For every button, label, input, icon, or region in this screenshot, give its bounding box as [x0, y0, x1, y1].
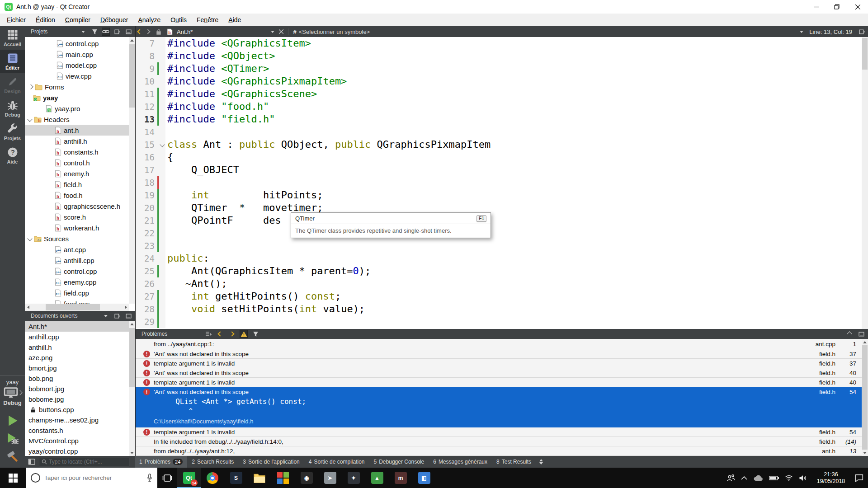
code-line-26[interactable]: 26 ~Ant(); [136, 277, 868, 290]
scroll-down-arrow[interactable] [862, 450, 868, 456]
documents-scrollbar[interactable] [129, 321, 135, 456]
code-line-19[interactable]: 19 int hitPoints; [136, 189, 868, 202]
scroll-right-arrow[interactable] [123, 304, 129, 311]
menu-aide[interactable]: Aide [223, 14, 246, 26]
chevron-right-icon[interactable] [27, 85, 35, 89]
problem-row[interactable]: In file included from debug/../../yaay/f… [136, 437, 862, 446]
line-number[interactable]: 17 [136, 164, 157, 176]
close-button[interactable] [847, 0, 868, 14]
tree-item-sources[interactable]: c+Sources [25, 233, 129, 244]
open-document-bmort-jpg[interactable]: bmort.jpg [25, 363, 129, 373]
tree-item-control-cpp[interactable]: c++control.cpp [25, 266, 129, 277]
mode-accueil[interactable]: Accueil [0, 26, 25, 50]
menu-édition[interactable]: Édition [31, 14, 60, 26]
output-pane-test-results[interactable]: 8Test Results [492, 456, 536, 468]
tree-item-anthill-h[interactable]: hanthill.h [25, 136, 129, 146]
menu-analyze[interactable]: Analyze [133, 14, 165, 26]
mode-éditer[interactable]: Éditer [0, 50, 25, 73]
close-panel-icon[interactable] [124, 28, 132, 36]
code-line-23[interactable]: 23 [136, 239, 868, 252]
start-button[interactable] [0, 468, 26, 488]
code-line-14[interactable]: 14 [136, 126, 868, 138]
taskbar-clock[interactable]: 21:36 19/05/2018 [813, 471, 849, 485]
line-number[interactable]: 14 [136, 126, 157, 138]
taskbar-app-dev-app[interactable]: S [224, 468, 248, 488]
task-view-icon[interactable] [157, 468, 177, 488]
locate-box[interactable] [39, 458, 129, 466]
run-debug-button[interactable] [6, 432, 19, 445]
problem-row[interactable]: !'Ant' was not declared in this scopefie… [136, 368, 862, 378]
filter-problems-icon[interactable] [251, 330, 259, 338]
scroll-down-arrow[interactable] [129, 450, 135, 456]
code-line-15[interactable]: 15class Ant : public QObject, public QGr… [136, 138, 868, 151]
code-line-28[interactable]: 28 void setHitPoints(int value); [136, 303, 868, 315]
menu-fenêtre[interactable]: Fenêtre [192, 14, 223, 26]
taskbar-app-telegram[interactable]: ➤ [318, 468, 342, 488]
tree-item-constants-h[interactable]: hconstants.h [25, 146, 129, 157]
code-line-13[interactable]: 13#include "field.h" [136, 113, 868, 126]
open-document-buttons-cpp[interactable]: buttons.cpp [25, 404, 129, 415]
menu-fichier[interactable]: Fichier [2, 14, 31, 26]
tree-item-ant-cpp[interactable]: c++ant.cpp [25, 244, 129, 255]
tree-scrollbar-thumb[interactable] [129, 44, 135, 108]
problem-row[interactable]: !template argument 1 is invalidfield.h37 [136, 359, 862, 368]
code-line-18[interactable]: 18 [136, 176, 868, 189]
fold-marker-icon[interactable] [159, 138, 165, 151]
microphone-icon[interactable] [146, 474, 153, 482]
problem-row[interactable]: !template argument 1 is invalidfield.h54 [136, 427, 862, 437]
code-line-17[interactable]: 17 Q_OBJECT [136, 164, 868, 176]
code-line-27[interactable]: 27 int getHitPoints() const; [136, 290, 868, 303]
line-number[interactable]: 26 [136, 277, 157, 290]
tree-item-food-h[interactable]: hfood.h [25, 190, 129, 201]
taskbar-app-maroon-app[interactable]: m [389, 468, 412, 488]
menu-déboguer[interactable]: Déboguer [95, 14, 133, 26]
code-line-24[interactable]: 24public: [136, 252, 868, 265]
chevron-down-icon[interactable] [26, 117, 34, 121]
people-icon[interactable] [726, 474, 735, 482]
problem-row[interactable]: from debug/../../yaay/ant.h:12,ant.h13 [136, 446, 862, 456]
toggle-sidebar-icon[interactable] [28, 458, 35, 465]
open-document-bobome-jpg[interactable]: bobome.jpg [25, 394, 129, 404]
open-document-mvc-control-cpp[interactable]: MVC/control.cpp [25, 436, 129, 446]
menu-outils[interactable]: Outils [165, 14, 192, 26]
tree-item-ant-h[interactable]: hant.h [25, 125, 129, 136]
output-pane-arrows[interactable] [539, 459, 543, 465]
action-center-icon[interactable] [855, 474, 863, 482]
open-document-champs-me-ses02-jpg[interactable]: champs-me...ses02.jpg [25, 415, 129, 425]
taskbar-app-blue-app[interactable]: ◧ [412, 468, 436, 488]
scroll-up-arrow[interactable] [862, 339, 868, 345]
tree-vertical-scrollbar[interactable] [129, 37, 135, 304]
close-documents-icon[interactable] [124, 312, 132, 320]
kit-selector[interactable]: yaay Debug [0, 375, 25, 406]
code-line-7[interactable]: 7#include <QGraphicsItem> [136, 37, 868, 50]
scroll-left-arrow[interactable] [25, 304, 31, 311]
battery-icon[interactable] [769, 475, 779, 481]
line-number[interactable]: 24 [136, 252, 157, 265]
tree-item-main-cpp[interactable]: c++main.cpp [25, 49, 129, 60]
tree-item-qgraphicscscene-h[interactable]: hqgraphicscscene.h [25, 201, 129, 211]
output-pane-search-results[interactable]: 2Search Results [187, 456, 238, 468]
minimize-button[interactable] [806, 0, 826, 14]
tree-item-yaay[interactable]: Qtyaay [25, 92, 129, 103]
taskbar-app-green-app[interactable]: ▲ [365, 468, 389, 488]
code-line-16[interactable]: 16{ [136, 151, 868, 164]
editor-options-dropdown-icon[interactable] [797, 26, 806, 37]
line-number[interactable]: 23 [136, 239, 157, 252]
tree-item-forms[interactable]: Forms [25, 81, 129, 92]
menu-compiler[interactable]: Compiler [60, 14, 95, 26]
close-document-icon[interactable] [277, 26, 286, 37]
line-number[interactable]: 13 [136, 113, 157, 126]
output-pane-messages-g-n-raux[interactable]: 6Messages généraux [429, 456, 492, 468]
tree-item-model-cpp[interactable]: c++model.cpp [25, 60, 129, 70]
line-number[interactable]: 15 [136, 138, 157, 151]
line-number[interactable]: 10 [136, 75, 157, 88]
output-pane-sortie-de-l-application[interactable]: 3Sortie de l'application [238, 456, 304, 468]
open-document-aze-png[interactable]: aze.png [25, 352, 129, 363]
tree-item-enemy-cpp[interactable]: c++enemy.cpp [25, 277, 129, 287]
tree-horizontal-scrollbar[interactable] [25, 304, 129, 311]
back-icon[interactable] [136, 26, 144, 37]
line-number[interactable]: 29 [136, 315, 157, 328]
maximize-output-icon[interactable] [845, 330, 854, 338]
scroll-up-arrow[interactable] [129, 321, 135, 327]
symbol-selector[interactable]: <Selectionner un symbole> [299, 28, 370, 35]
